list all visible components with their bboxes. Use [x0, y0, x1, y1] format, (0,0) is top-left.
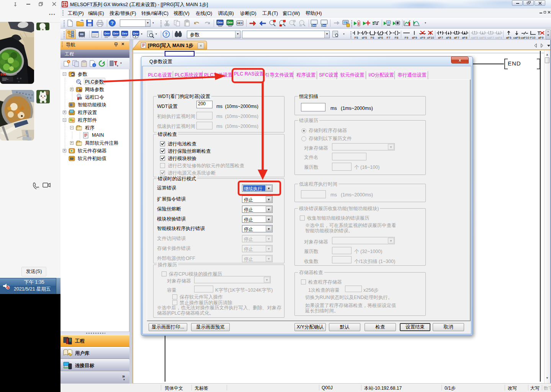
svg-text:?: ?: [165, 32, 167, 37]
svg-text:Dev: Dev: [105, 32, 110, 35]
svg-text:?: ?: [111, 20, 114, 26]
svg-text:Dev: Dev: [113, 32, 119, 35]
svg-text:HEX: HEX: [237, 22, 243, 24]
svg-text:Dev: Dev: [133, 32, 139, 35]
svg-text:i: i: [94, 64, 95, 67]
svg-text:Dev: Dev: [122, 32, 128, 35]
svg-text:Dev: Dev: [312, 24, 316, 27]
svg-text:Dev: Dev: [217, 21, 223, 24]
svg-text:888: 888: [0, 72, 6, 76]
svg-text:Dev: Dev: [322, 24, 326, 27]
svg-text:Dev: Dev: [227, 21, 233, 24]
